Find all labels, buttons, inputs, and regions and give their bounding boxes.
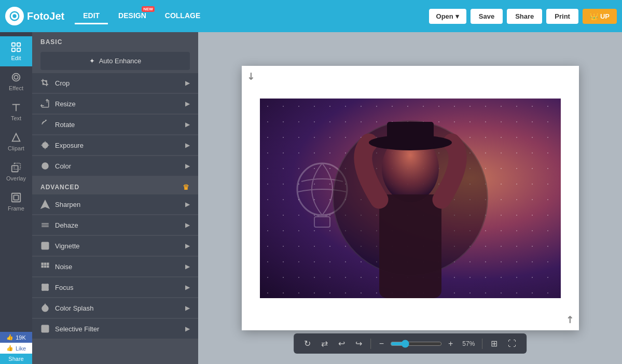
- resize-tool-button[interactable]: Resize ▶: [32, 94, 198, 114]
- icon-sidebar: Edit Effect Text Clipart: [0, 32, 32, 364]
- svg-rect-13: [13, 195, 18, 200]
- sharpen-tool-button[interactable]: Sharpen ▶: [32, 194, 198, 214]
- color-tool-button[interactable]: Color ▶: [32, 156, 198, 176]
- vignette-arrow-icon: ▶: [185, 242, 190, 249]
- tools-panel: BASIC ✦ Auto Enhance Crop ▶ Resize: [32, 32, 198, 364]
- rotate-arrow-icon: ▶: [185, 121, 190, 128]
- exposure-arrow-icon: ▶: [185, 142, 190, 149]
- svg-point-14: [43, 143, 48, 148]
- zoom-in-button[interactable]: +: [444, 337, 457, 351]
- main: Edit Effect Text Clipart: [0, 32, 622, 364]
- sidebar-item-clipart[interactable]: Clipart: [0, 127, 32, 157]
- logo-icon: [5, 7, 24, 25]
- resize-handle-tl[interactable]: ↗: [244, 70, 257, 83]
- auto-enhance-button[interactable]: ✦ Auto Enhance: [40, 52, 190, 70]
- svg-rect-3: [17, 43, 20, 46]
- upgrade-button[interactable]: 👑 UP: [583, 9, 617, 24]
- crown-icon: ♛: [183, 183, 190, 191]
- like-button[interactable]: 👍 Like: [0, 343, 32, 354]
- like-count: 👍 19K: [0, 332, 32, 343]
- social-section: 👍 19K 👍 Like Share: [0, 332, 32, 364]
- fit-button[interactable]: ⊞: [487, 337, 502, 351]
- zoom-out-button[interactable]: −: [375, 337, 388, 351]
- sidebar-item-overlay[interactable]: Overlay: [0, 157, 32, 187]
- focus-arrow-icon: ▶: [185, 284, 190, 291]
- vignette-tool-button[interactable]: Vignette ▶: [32, 236, 198, 256]
- svg-rect-2: [12, 43, 15, 46]
- svg-rect-28: [42, 266, 43, 268]
- flip-button[interactable]: ⇄: [317, 337, 332, 351]
- svg-rect-4: [12, 48, 15, 51]
- resize-handle-br[interactable]: ↗: [563, 313, 576, 326]
- topbar-right: Open ▾ Save Share Print 👑 UP: [429, 9, 617, 24]
- nav-tabs: EDIT DESIGN NEW COLLAGE: [75, 8, 209, 24]
- open-button[interactable]: Open ▾: [429, 9, 466, 24]
- svg-rect-11: [14, 163, 20, 170]
- svg-rect-5: [17, 48, 20, 51]
- toolbar-divider: [370, 339, 371, 349]
- color-splash-tool-button[interactable]: Color Splash ▶: [32, 298, 198, 318]
- crop-tool-button[interactable]: Crop ▶: [32, 73, 198, 93]
- noise-arrow-icon: ▶: [185, 263, 190, 270]
- dehaze-tool-button[interactable]: Dehaze ▶: [32, 215, 198, 235]
- logo-text: FotoJet: [27, 10, 64, 22]
- undo-button[interactable]: ↩: [334, 337, 349, 351]
- tab-collage[interactable]: COLLAGE: [157, 8, 209, 24]
- svg-point-1: [12, 14, 16, 18]
- sidebar-item-edit[interactable]: Edit: [0, 36, 32, 66]
- color-splash-arrow-icon: ▶: [185, 304, 190, 312]
- svg-point-7: [14, 75, 18, 79]
- selective-filter-tool-button[interactable]: Selective Filter ▶: [32, 319, 198, 339]
- save-button[interactable]: Save: [471, 9, 503, 24]
- zoom-percent: 57%: [459, 340, 478, 347]
- svg-rect-43: [314, 217, 330, 227]
- tab-design[interactable]: DESIGN NEW: [110, 8, 155, 24]
- topbar: FotoJet EDIT DESIGN NEW COLLAGE Open ▾ S…: [0, 0, 622, 32]
- tab-edit[interactable]: EDIT: [75, 8, 108, 24]
- toolbar-divider-2: [482, 339, 482, 349]
- svg-rect-30: [47, 266, 49, 268]
- crop-arrow-icon: ▶: [185, 79, 190, 87]
- svg-rect-47: [379, 194, 441, 298]
- zoom-slider[interactable]: [390, 340, 442, 348]
- logo: FotoJet: [5, 7, 64, 25]
- print-button[interactable]: Print: [546, 9, 578, 24]
- fullscreen-button[interactable]: ⛶: [504, 337, 520, 351]
- selective-filter-arrow-icon: ▶: [185, 325, 190, 332]
- share-button[interactable]: Share: [507, 9, 542, 24]
- rotate-tool-button[interactable]: Rotate ▶: [32, 115, 198, 134]
- new-badge: NEW: [142, 6, 155, 12]
- svg-rect-27: [47, 263, 49, 264]
- bottom-toolbar: ↻ ⇄ ↩ ↪ − + 57% ⊞ ⛶: [294, 333, 527, 354]
- person-silhouette: [338, 117, 483, 298]
- advanced-section-label: ADVANCED ♛: [32, 177, 198, 194]
- svg-rect-49: [387, 122, 434, 145]
- canvas-image: [260, 99, 561, 298]
- svg-point-24: [43, 244, 47, 248]
- color-arrow-icon: ▶: [185, 162, 190, 170]
- dehaze-arrow-icon: ▶: [185, 221, 190, 229]
- svg-point-6: [12, 74, 20, 81]
- svg-rect-31: [42, 284, 48, 290]
- svg-point-41: [44, 327, 47, 330]
- redo-button[interactable]: ↪: [351, 337, 366, 351]
- sharpen-arrow-icon: ▶: [185, 201, 190, 208]
- sidebar-item-frame[interactable]: Frame: [0, 187, 32, 217]
- svg-rect-29: [45, 266, 46, 268]
- svg-rect-25: [42, 263, 43, 264]
- noise-tool-button[interactable]: Noise ▶: [32, 257, 198, 276]
- basic-section-label: BASIC: [32, 32, 198, 49]
- sidebar-item-text[interactable]: Text: [0, 96, 32, 127]
- focus-tool-button[interactable]: Focus ▶: [32, 277, 198, 297]
- canvas-area: ↗ ↗: [198, 32, 622, 364]
- exposure-tool-button[interactable]: Exposure ▶: [32, 135, 198, 155]
- svg-rect-26: [45, 263, 46, 264]
- svg-rect-10: [12, 165, 18, 172]
- canvas-paper: ↗ ↗: [242, 66, 579, 330]
- resize-arrow-icon: ▶: [185, 100, 190, 107]
- svg-rect-12: [12, 193, 21, 202]
- refresh-button[interactable]: ↻: [300, 337, 315, 351]
- sidebar-item-effect[interactable]: Effect: [0, 66, 32, 96]
- social-share-button[interactable]: Share: [0, 354, 32, 364]
